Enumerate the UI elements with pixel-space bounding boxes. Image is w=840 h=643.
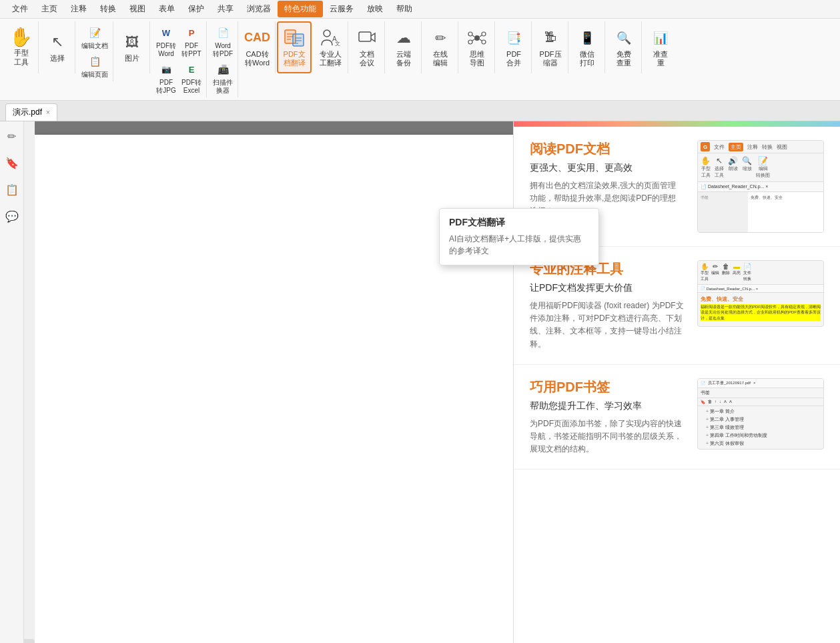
menu-item-browser[interactable]: 浏览器: [240, 1, 278, 17]
word-to-pdf-button[interactable]: 📄 Word转PDF: [211, 23, 235, 59]
menu-item-view[interactable]: 视图: [123, 1, 152, 17]
wechat-print-button[interactable]: 📱 微信打印: [572, 25, 602, 69]
pdf-excel-icon: E: [183, 61, 200, 78]
menu-item-convert[interactable]: 转换: [93, 1, 123, 17]
edit-group: 📝 编辑文档 📋 编辑页面: [77, 21, 113, 81]
promo-text-annotation: 专业的注释工具 让PDF文档发挥更大价值 使用福昕PDF阅读器 (foxit r…: [530, 260, 684, 351]
pdf-compress-button[interactable]: 🗜 PDF压缩器: [536, 25, 565, 69]
menu-item-cloud[interactable]: 云服务: [323, 1, 360, 17]
hand-tool-button[interactable]: ✋ 手型 工具: [7, 25, 35, 69]
promo-text-read: 阅读PDF文档 更强大、更实用、更高效 拥有出色的文档渲染效果,强大的页面管理功…: [530, 140, 684, 218]
select-tool-group: ↖ 选择: [40, 21, 75, 73]
svg-point-15: [468, 32, 472, 36]
pdf-to-jpg-button[interactable]: 📷 PDF转JPG: [154, 59, 178, 96]
online-edit-button[interactable]: ✏ 在线编辑: [426, 25, 455, 69]
merge-icon: 📑: [503, 27, 524, 49]
promo-image-annotation: ✋ 手型 工具 ✏ 编辑 🗑 删除 ▬: [697, 260, 824, 327]
pdf-merge-button[interactable]: 📑 PDF合并: [499, 25, 528, 69]
mini-reader-toolbar: G 文件 主页 注释 转换 视图: [698, 141, 823, 153]
cloud-backup-group: ☁ 云端备份: [386, 21, 422, 73]
scan-check-icon: 📊: [650, 27, 671, 49]
collapse-arrow[interactable]: ▶: [24, 639, 35, 643]
tooltip-title: PDF文档翻译: [449, 217, 589, 229]
scan-replace-button[interactable]: 📠 扫描件换器: [211, 59, 235, 96]
sidebar-bookmark-icon[interactable]: 🔖: [3, 153, 21, 172]
doc-meeting-button[interactable]: 文档会议: [352, 25, 382, 69]
main-area: ✏ 🔖 📋 💬 ▶ 阅读PDF文档 更强大、更实用、更高效 拥有出色的文档渲染效…: [0, 121, 840, 643]
cloud-backup-button[interactable]: ☁ 云端备份: [389, 25, 418, 69]
sidebar-edit-icon[interactable]: ✏: [3, 127, 21, 145]
tooltip-popup: PDF文档翻译 AI自动文档翻译+人工排版，提供实惠的参考译文: [439, 208, 599, 265]
close-icon[interactable]: ×: [46, 109, 50, 116]
sidebar-pages-icon[interactable]: 📋: [3, 180, 21, 199]
menu-item-annotate[interactable]: 注释: [64, 1, 93, 17]
svg-point-18: [482, 40, 486, 44]
promo-image-bookmark: 📄 员工手册_20120917.pdf × 书签 🔖🗑↑↓AA 第一章 简介 第…: [697, 378, 824, 450]
promo-title-read: 阅读PDF文档: [530, 140, 684, 158]
svg-point-17: [482, 32, 486, 36]
menu-item-special[interactable]: 特色功能: [278, 1, 323, 17]
edit-doc-icon: 📝: [86, 24, 103, 41]
edit-doc-button[interactable]: 📝 编辑文档: [79, 23, 110, 51]
pdf-ppt-icon: P: [183, 24, 200, 41]
svg-line-22: [480, 39, 482, 41]
pdf-to-ppt-button[interactable]: P PDF转PPT: [179, 23, 203, 59]
toolbar: ✋ 手型 工具 ↖ 选择 📝 编辑文档 📋 编辑页面 🖼 图片 W: [0, 19, 840, 101]
mini-reader-app: G 文件 主页 注释 转换 视图 ✋ 手型 工具: [698, 141, 823, 232]
cad-to-word-button[interactable]: CAD CAD转转Word: [242, 25, 272, 69]
promo-subtitle-read: 更强大、更实用、更高效: [530, 162, 684, 174]
pdf-convert-group: W PDF转Word P PDF转PPT 📷 PDF转JPG E PDF转Exc…: [151, 21, 207, 97]
online-edit-group: ✏ 在线编辑: [423, 21, 458, 73]
image-group: 🖼 图片: [115, 21, 150, 73]
word-pdf-icon: 📄: [214, 24, 232, 41]
free-check-icon: 🔍: [613, 27, 635, 49]
meeting-icon: [356, 27, 378, 49]
promo-desc-annotation: 使用福昕PDF阅读器 (foxit reader) 为PDF文件添加注释，可对P…: [530, 299, 684, 351]
left-sidebar: ✏ 🔖 📋 💬: [0, 121, 24, 643]
pdf-translate-button[interactable]: PDF文档翻译: [280, 25, 309, 69]
menu-item-help[interactable]: 帮助: [390, 1, 419, 17]
menu-item-form[interactable]: 表单: [152, 1, 181, 17]
tab-file[interactable]: 演示.pdf ×: [5, 103, 57, 121]
svg-point-10: [324, 30, 330, 37]
sidebar-comment-icon[interactable]: 💬: [3, 207, 21, 225]
menu-item-present[interactable]: 放映: [360, 1, 390, 17]
translate-icon: [284, 27, 305, 49]
human-translate-group: A 文 专业人工翻译: [313, 21, 348, 73]
cad-icon: CAD: [247, 27, 268, 49]
svg-text:文: 文: [335, 41, 340, 47]
menu-item-protect[interactable]: 保护: [181, 1, 211, 17]
promo-header-bar: [514, 121, 840, 127]
cloud-icon: ☁: [393, 27, 414, 49]
scan-check-button[interactable]: 📊 准查重: [646, 25, 675, 69]
menu-item-home[interactable]: 主页: [35, 1, 64, 17]
svg-rect-13: [359, 32, 371, 41]
tab-bar: 演示.pdf ×: [0, 101, 840, 121]
human-translate-button[interactable]: A 文 专业人工翻译: [316, 25, 345, 69]
tooltip-desc: AI自动文档翻译+人工排版，提供实惠的参考译文: [449, 233, 589, 257]
free-check-button[interactable]: 🔍 免费查重: [609, 25, 639, 69]
select-tool-button[interactable]: ↖ 选择: [43, 29, 72, 65]
svg-point-16: [468, 40, 472, 44]
svg-line-20: [472, 39, 474, 41]
mini-bookmark-app: 📄 员工手册_20120917.pdf × 书签 🔖🗑↑↓AA 第一章 简介 第…: [698, 379, 823, 449]
hand-icon: ✋: [9, 28, 33, 47]
image-button[interactable]: 🖼 图片: [117, 29, 147, 65]
pdf-to-word-button[interactable]: W PDF转Word: [154, 23, 178, 59]
edit-page-button[interactable]: 📋 编辑页面: [79, 51, 110, 80]
mind-map-button[interactable]: 思维导图: [462, 25, 492, 69]
menu-item-share[interactable]: 共享: [211, 1, 240, 17]
free-check-group: 🔍 免费查重: [606, 21, 642, 73]
wechat-print-group: 📱 微信打印: [570, 21, 605, 73]
menu-bar: 文件 主页 注释 转换 视图 表单 保护 共享 浏览器 特色功能 云服务 放映 …: [0, 0, 840, 19]
promo-title-bookmark: 巧用PDF书签: [530, 378, 684, 396]
image-icon: 🖼: [121, 31, 143, 53]
mini-logo: G: [701, 142, 710, 151]
promo-text-bookmark: 巧用PDF书签 帮助您提升工作、学习效率 为PDF页面添加书签，除了实现内容的快…: [530, 378, 684, 456]
menu-item-file[interactable]: 文件: [5, 1, 35, 17]
cad-group: CAD CAD转转Word: [240, 21, 276, 73]
pdf-to-excel-button[interactable]: E PDF转Excel: [179, 59, 203, 96]
svg-line-19: [472, 35, 474, 37]
pdf-compress-group: 🗜 PDF压缩器: [533, 21, 568, 73]
to-pdf-group: 📄 Word转PDF 📠 扫描件换器: [208, 21, 238, 97]
